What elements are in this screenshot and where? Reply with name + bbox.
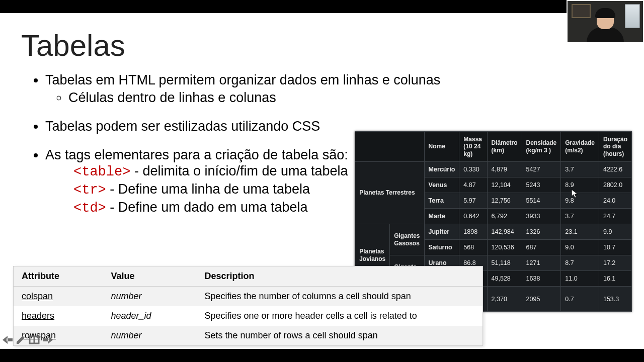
row-header: Saturno [424,240,459,255]
cell: header_id [103,306,197,326]
cell: 568 [459,240,487,255]
cell: 8.9 [561,177,599,193]
cell: 24.0 [599,193,631,209]
cell: 51,118 [487,255,522,271]
cell: 10.7 [599,240,631,255]
cell: 11.0 [561,271,599,287]
col-header: Duração do dia (hours) [599,132,631,162]
cell: Sets the number of rows a cell should sp… [197,326,483,346]
cell: 2802.0 [599,177,631,193]
cell: 142,984 [487,224,522,240]
row-header: Venus [424,177,459,193]
cell: 17.2 [599,255,631,271]
table-corner [355,132,424,162]
cell: 0.642 [459,209,487,224]
bullet-text: As tags elementares para a criação de ta… [45,147,348,162]
cell: 2,370 [487,287,522,312]
row-header: Mercúrio [424,162,459,177]
col-header: Description [197,266,483,287]
cell: 23.1 [561,224,599,240]
pen-icon[interactable] [16,335,27,345]
cell: 2095 [522,287,561,312]
cell: 9.0 [561,240,599,255]
slide-title: Tabelas [21,28,125,63]
cell: 4.87 [459,177,487,193]
cell: 687 [522,240,561,255]
tag-keyword: <tr> [73,183,106,198]
prev-slide-icon[interactable] [2,335,14,345]
col-header: Densidade (kg/m 3 ) [522,132,561,162]
slide-nav [2,335,54,345]
window-background [625,4,640,28]
col-header: Attribute [14,266,103,287]
table-header-row: Attribute Value Description [14,266,483,287]
table-row: headers header_id Specifies one or more … [14,306,483,326]
cell: 5243 [522,177,561,193]
cell: 49,528 [487,271,522,287]
col-header: Massa (10 24 kg) [459,132,487,162]
cell: 4,879 [487,162,522,177]
col-header: Gravidade (m/s2) [561,132,599,162]
tag-keyword: <table> [73,164,130,179]
table-header-row: Nome Massa (10 24 kg) Diâmetro (km) Dens… [355,132,632,162]
cell: 5.97 [459,193,487,209]
cell: 12,756 [487,193,522,209]
cell: 0.7 [561,287,599,312]
cell: 16.1 [599,271,631,287]
cell: 0.330 [459,162,487,177]
slide: Tabelas Tabelas em HTML permitem organiz… [0,13,644,349]
col-header: Value [103,266,197,287]
cell: 12,104 [487,177,522,193]
table-row: rowspan number Sets the number of rows a… [14,326,483,346]
cell: 120,536 [487,240,522,255]
row-subgroup: Gigantes Gasosos [390,224,424,255]
slide-sorter-icon[interactable] [29,335,40,345]
cell: 1898 [459,224,487,240]
table-row: colspan number Specifies the number of c… [14,287,483,307]
row-header: Terra [424,193,459,209]
attr-link[interactable]: colspan [14,287,103,307]
cell: 153.3 [599,287,631,312]
cell: 8.7 [561,255,599,271]
row-header: Marte [424,209,459,224]
table-row: Planetas Jovianos Gigantes Gasosos Jupit… [355,224,632,240]
cell: number [103,326,197,346]
tag-desc: - Define uma linha de uma tabela [106,182,310,197]
cell: Specifies the number of columns a cell s… [197,287,483,307]
cell: Specifies one or more header cells a cel… [197,306,483,326]
bullet: Tabelas em HTML permitem organizar dados… [45,72,624,106]
cell: 5427 [522,162,561,177]
next-slide-icon[interactable] [42,335,54,345]
col-header: Nome [424,132,459,162]
table-row: Planetas Terrestres Mercúrio 0.330 4,879… [355,162,632,177]
cell: 1326 [522,224,561,240]
webcam-overlay [567,0,644,43]
col-header: Diâmetro (km) [487,132,522,162]
cell: number [103,287,197,307]
cell: 1271 [522,255,561,271]
cell: 4222.6 [599,162,631,177]
cell: 9.8 [561,193,599,209]
tag-desc: - Define um dado em uma tabela [106,200,308,215]
row-header: Jupiter [424,224,459,240]
cell: 9.9 [599,224,631,240]
sub-bullet: Células dentro de linhas e colunas [68,90,624,106]
cell: 5514 [522,193,561,209]
attr-link[interactable]: headers [14,306,103,326]
bullet-text: Tabelas em HTML permitem organizar dados… [45,72,440,87]
cell: 3.7 [561,209,599,224]
cell: 24.7 [599,209,631,224]
cell: 6,792 [487,209,522,224]
row-group: Planetas Terrestres [355,162,424,224]
attribute-ref-table: Attribute Value Description colspan numb… [13,266,483,346]
tag-desc: - delimita o início/fim de uma tabela [130,163,348,178]
cell: 3.7 [561,162,599,177]
cell: 1638 [522,271,561,287]
tag-keyword: <td> [73,201,106,216]
cursor-icon [571,189,579,199]
presenter [587,12,624,42]
cell: 3933 [522,209,561,224]
